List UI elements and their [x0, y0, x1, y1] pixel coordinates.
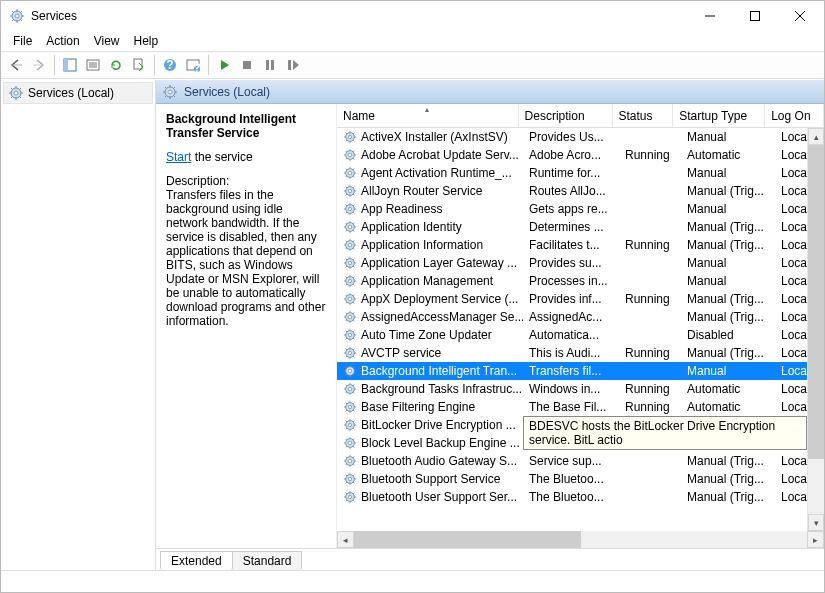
- back-button[interactable]: [5, 54, 27, 76]
- service-startup: Manual: [681, 274, 775, 288]
- scroll-thumb[interactable]: [808, 145, 825, 459]
- show-hide-tree-button[interactable]: [59, 54, 81, 76]
- service-row[interactable]: Application InformationFacilitates t...R…: [337, 236, 807, 254]
- column-startup[interactable]: Startup Type: [673, 104, 765, 127]
- service-startup: Manual (Trig...: [681, 490, 775, 504]
- column-status[interactable]: Status: [613, 104, 674, 127]
- help-topics-button[interactable]: ?: [182, 54, 204, 76]
- scroll-down-button[interactable]: ▾: [808, 514, 824, 531]
- export-button[interactable]: [128, 54, 150, 76]
- column-name[interactable]: Name▴: [337, 104, 519, 127]
- service-startup: Manual: [681, 202, 775, 216]
- gear-icon: [343, 130, 357, 144]
- gear-icon: [162, 84, 178, 100]
- nav-tree: Services (Local): [1, 80, 156, 570]
- menu-file[interactable]: File: [7, 32, 38, 50]
- scroll-right-button[interactable]: ▸: [807, 531, 824, 548]
- service-row[interactable]: AllJoyn Router ServiceRoutes AllJo...Man…: [337, 182, 807, 200]
- service-row[interactable]: Application ManagementProcesses in...Man…: [337, 272, 807, 290]
- service-row[interactable]: Base Filtering EngineThe Base Fil...Runn…: [337, 398, 807, 416]
- start-service-line: Start the service: [166, 150, 326, 164]
- service-startup: Automatic: [681, 400, 775, 414]
- service-row[interactable]: Bluetooth Audio Gateway S...Service sup.…: [337, 452, 807, 470]
- gear-icon: [343, 292, 357, 306]
- service-description: Adobe Acro...: [523, 148, 619, 162]
- view-tabs: Extended Standard: [156, 548, 824, 570]
- service-status: Running: [619, 382, 681, 396]
- service-row[interactable]: Adobe Acrobat Update Serv...Adobe Acro..…: [337, 146, 807, 164]
- service-row[interactable]: Background Tasks Infrastruc...Windows in…: [337, 380, 807, 398]
- vertical-scrollbar[interactable]: ▴ ▾: [807, 128, 824, 531]
- service-logon: Local Sy: [775, 292, 807, 306]
- column-description[interactable]: Description: [519, 104, 613, 127]
- tab-extended[interactable]: Extended: [160, 551, 233, 570]
- gear-icon: [343, 382, 357, 396]
- app-icon: [9, 8, 25, 24]
- selected-service-name: Background Intelligent Transfer Service: [166, 112, 326, 140]
- service-row[interactable]: AssignedAccessManager Se...AssignedAc...…: [337, 308, 807, 326]
- gear-icon: [343, 310, 357, 324]
- service-description: This is Audi...: [523, 346, 619, 360]
- horizontal-scrollbar[interactable]: ◂ ▸: [337, 531, 824, 548]
- service-name: Bluetooth Audio Gateway S...: [361, 454, 517, 468]
- column-logon[interactable]: Log On: [765, 104, 824, 127]
- hscroll-thumb[interactable]: [354, 531, 581, 548]
- nav-root-item[interactable]: Services (Local): [3, 82, 153, 104]
- svg-rect-20: [134, 59, 142, 69]
- gear-icon: [343, 436, 357, 450]
- maximize-button[interactable]: [732, 1, 777, 31]
- service-logon: Local Sy: [775, 364, 807, 378]
- stop-service-button[interactable]: [236, 54, 258, 76]
- restart-service-button[interactable]: [282, 54, 304, 76]
- gear-icon: [343, 400, 357, 414]
- service-row[interactable]: AVCTP serviceThis is Audi...RunningManua…: [337, 344, 807, 362]
- help-button[interactable]: ?: [159, 54, 181, 76]
- service-row[interactable]: Application Layer Gateway ...Provides su…: [337, 254, 807, 272]
- gear-icon: [343, 346, 357, 360]
- service-name: Background Intelligent Tran...: [361, 364, 517, 378]
- service-logon: Local Sy: [775, 310, 807, 324]
- service-name: Adobe Acrobat Update Serv...: [361, 148, 519, 162]
- service-row[interactable]: Auto Time Zone UpdaterAutomatica...Disab…: [337, 326, 807, 344]
- service-logon: Local Se: [775, 454, 807, 468]
- service-description: Provides su...: [523, 256, 619, 270]
- service-row[interactable]: Application IdentityDetermines ...Manual…: [337, 218, 807, 236]
- close-button[interactable]: [777, 1, 822, 31]
- service-logon: Local Sy: [775, 274, 807, 288]
- forward-button[interactable]: [28, 54, 50, 76]
- scroll-up-button[interactable]: ▴: [808, 128, 824, 145]
- service-row[interactable]: Bluetooth Support ServiceThe Bluetoo...M…: [337, 470, 807, 488]
- service-startup: Manual: [681, 166, 775, 180]
- menu-help[interactable]: Help: [128, 32, 165, 50]
- service-row[interactable]: ActiveX Installer (AxInstSV)Provides Us.…: [337, 128, 807, 146]
- window-title: Services: [31, 9, 687, 23]
- service-startup: Disabled: [681, 328, 775, 342]
- service-name: Auto Time Zone Updater: [361, 328, 492, 342]
- svg-text:?: ?: [166, 58, 173, 72]
- gear-icon: [343, 148, 357, 162]
- gear-icon: [343, 472, 357, 486]
- start-service-button[interactable]: [213, 54, 235, 76]
- service-description: Service sup...: [523, 454, 619, 468]
- service-row[interactable]: Agent Activation Runtime_...Runtime for.…: [337, 164, 807, 182]
- properties-button[interactable]: [82, 54, 104, 76]
- refresh-button[interactable]: [105, 54, 127, 76]
- service-rows: ActiveX Installer (AxInstSV)Provides Us.…: [337, 128, 807, 531]
- minimize-button[interactable]: [687, 1, 732, 31]
- service-row[interactable]: Background Intelligent Tran...Transfers …: [337, 362, 807, 380]
- start-link[interactable]: Start: [166, 150, 191, 164]
- service-logon: Local Sy: [775, 238, 807, 252]
- service-row[interactable]: App ReadinessGets apps re...ManualLocal …: [337, 200, 807, 218]
- tab-standard[interactable]: Standard: [232, 551, 303, 570]
- menu-view[interactable]: View: [88, 32, 126, 50]
- svg-rect-29: [288, 60, 291, 70]
- service-row[interactable]: AppX Deployment Service (...Provides inf…: [337, 290, 807, 308]
- service-description: The Base Fil...: [523, 400, 619, 414]
- service-row[interactable]: Bluetooth User Support Ser...The Bluetoo…: [337, 488, 807, 506]
- pause-service-button[interactable]: [259, 54, 281, 76]
- service-startup: Manual (Trig...: [681, 310, 775, 324]
- menu-action[interactable]: Action: [40, 32, 85, 50]
- service-logon: Local Se: [775, 184, 807, 198]
- scroll-left-button[interactable]: ◂: [337, 531, 354, 548]
- gear-icon: [343, 184, 357, 198]
